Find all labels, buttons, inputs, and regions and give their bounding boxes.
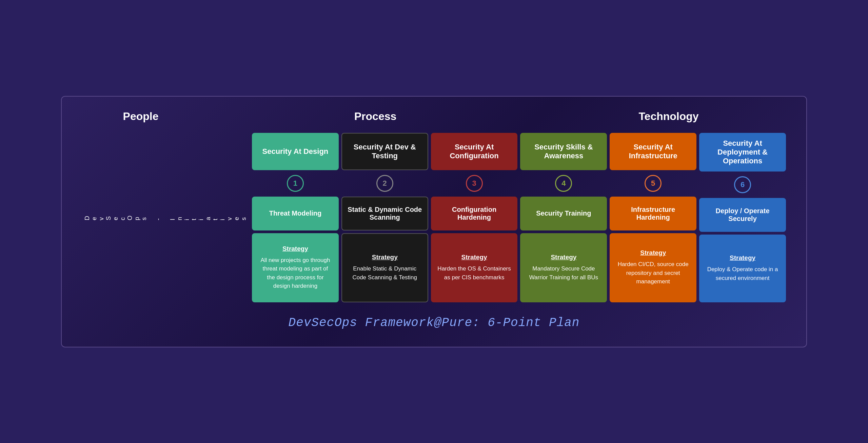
column-security-deployment: Security At Deployment & Operations 6 De… <box>699 133 786 302</box>
main-grid: DevSecOps - Initiatives Security At Desi… <box>82 133 786 302</box>
number-row-1: 1 <box>252 173 339 194</box>
category-process: Process <box>199 110 551 123</box>
category-people: People <box>82 110 199 123</box>
strategy-security-infrastructure: Strategy Harden CI/CD, source code repos… <box>610 233 696 302</box>
number-circle-6: 6 <box>734 176 751 193</box>
column-security-at-config: Security At Configuration 3 Configuratio… <box>431 133 518 302</box>
header-security-skills: Security Skills & Awareness <box>520 133 607 170</box>
main-frame: People Process Technology DevSecOps - In… <box>61 96 807 347</box>
strategy-security-deployment: Strategy Deploy & Operate code in a secu… <box>699 235 786 302</box>
sidebar-label: DevSecOps - Initiatives <box>82 133 249 302</box>
subheader-security-training: Security Training <box>520 197 607 230</box>
strategy-security-at-config: Strategy Harden the OS & Containers as p… <box>431 233 518 302</box>
strategy-security-at-dev: Strategy Enable Static & Dynamic Code Sc… <box>341 233 428 302</box>
strategy-text-3: Harden the OS & Containers as per CIS be… <box>437 264 512 282</box>
subheader-config-hardening: Configuration Hardening <box>431 197 518 230</box>
strategy-title-5: Strategy <box>640 249 666 257</box>
subheader-static-dynamic: Static & Dynamic Code Scanning <box>341 197 428 230</box>
column-security-infrastructure: Security At Infrastructure 5 Infrastruct… <box>610 133 696 302</box>
number-circle-4: 4 <box>555 175 572 192</box>
strategy-text-6: Deploy & Operate code in a secured envir… <box>705 265 780 282</box>
columns-wrapper: Security At Design 1 Threat Modeling Str… <box>252 133 786 302</box>
strategy-security-skills: Strategy Mandatory Secure Code Warrior T… <box>520 233 607 302</box>
header-security-at-config: Security At Configuration <box>431 133 518 170</box>
number-row-5: 5 <box>610 173 696 194</box>
number-row-4: 4 <box>520 173 607 194</box>
header-security-infrastructure: Security At Infrastructure <box>610 133 696 170</box>
number-circle-3: 3 <box>466 175 483 192</box>
column-security-skills: Security Skills & Awareness 4 Security T… <box>520 133 607 302</box>
number-row-2: 2 <box>341 173 428 194</box>
footer-title: DevSecOps Framework@Pure: 6-Point Plan <box>82 316 786 330</box>
strategy-title-4: Strategy <box>551 254 576 261</box>
number-circle-2: 2 <box>376 175 393 192</box>
header-security-at-dev: Security At Dev & Testing <box>341 133 428 170</box>
subheader-threat-modeling: Threat Modeling <box>252 197 339 230</box>
number-row-6: 6 <box>699 174 786 195</box>
strategy-text-5: Harden CI/CD, source code repository and… <box>616 260 690 286</box>
category-technology: Technology <box>551 110 786 123</box>
strategy-text-1: All new projects go through threat model… <box>258 256 333 290</box>
number-circle-1: 1 <box>287 175 304 192</box>
strategy-title-3: Strategy <box>461 254 487 261</box>
column-security-at-design: Security At Design 1 Threat Modeling Str… <box>252 133 339 302</box>
strategy-text-2: Enable Static & Dynamic Code Scanning & … <box>348 264 422 282</box>
category-row: People Process Technology <box>82 110 786 123</box>
number-row-3: 3 <box>431 173 518 194</box>
strategy-security-at-design: Strategy All new projects go through thr… <box>252 233 339 302</box>
number-circle-5: 5 <box>645 175 662 192</box>
column-security-at-dev: Security At Dev & Testing 2 Static & Dyn… <box>341 133 428 302</box>
strategy-title-2: Strategy <box>372 254 398 261</box>
header-security-deployment: Security At Deployment & Operations <box>699 133 786 172</box>
subheader-deploy-operate: Deploy / Operate Securely <box>699 198 786 232</box>
subheader-infrastructure-hardening: Infrastructure Hardening <box>610 197 696 230</box>
header-security-at-design: Security At Design <box>252 133 339 170</box>
strategy-title-1: Strategy <box>282 245 308 253</box>
strategy-title-6: Strategy <box>730 254 755 262</box>
strategy-text-4: Mandatory Secure Code Warrior Training f… <box>526 264 601 282</box>
